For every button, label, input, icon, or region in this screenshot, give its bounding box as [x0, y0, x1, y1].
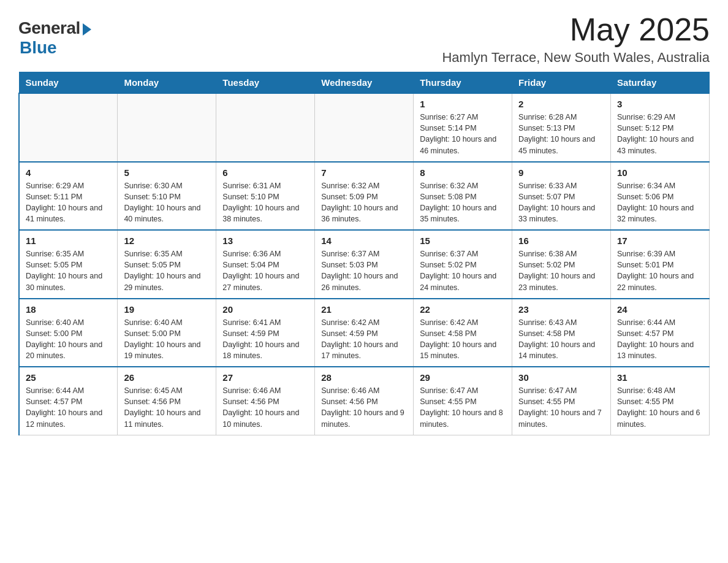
page-header: General Blue May 2025 Hamlyn Terrace, Ne… [18, 12, 710, 66]
header-saturday: Saturday [611, 72, 710, 94]
day-number: 5 [124, 167, 210, 178]
day-info: Sunrise: 6:45 AMSunset: 4:56 PMDaylight:… [124, 385, 210, 430]
calendar-cell: 17Sunrise: 6:39 AMSunset: 5:01 PMDayligh… [611, 230, 710, 299]
header-friday: Friday [512, 72, 611, 94]
day-info: Sunrise: 6:46 AMSunset: 4:56 PMDaylight:… [222, 385, 308, 430]
day-number: 10 [617, 167, 703, 178]
calendar-cell: 8Sunrise: 6:32 AMSunset: 5:08 PMDaylight… [414, 162, 512, 231]
day-number: 8 [420, 167, 506, 178]
day-info: Sunrise: 6:42 AMSunset: 4:59 PMDaylight:… [321, 317, 407, 362]
day-number: 29 [420, 372, 506, 383]
logo-arrow-icon [83, 23, 91, 36]
calendar-cell: 16Sunrise: 6:38 AMSunset: 5:02 PMDayligh… [512, 230, 611, 299]
calendar-week-row: 4Sunrise: 6:29 AMSunset: 5:11 PMDaylight… [19, 162, 710, 231]
day-info: Sunrise: 6:35 AMSunset: 5:05 PMDaylight:… [26, 248, 111, 293]
calendar-week-row: 1Sunrise: 6:27 AMSunset: 5:14 PMDaylight… [19, 93, 710, 162]
day-number: 18 [26, 304, 111, 315]
calendar-cell: 11Sunrise: 6:35 AMSunset: 5:05 PMDayligh… [19, 230, 118, 299]
logo-general-text: General [18, 18, 80, 38]
day-number: 31 [617, 372, 703, 383]
calendar-cell: 5Sunrise: 6:30 AMSunset: 5:10 PMDaylight… [118, 162, 216, 231]
day-info: Sunrise: 6:44 AMSunset: 4:57 PMDaylight:… [26, 385, 111, 430]
day-number: 4 [26, 167, 111, 178]
day-info: Sunrise: 6:47 AMSunset: 4:55 PMDaylight:… [518, 385, 604, 430]
day-info: Sunrise: 6:46 AMSunset: 4:56 PMDaylight:… [321, 385, 407, 430]
day-info: Sunrise: 6:28 AMSunset: 5:13 PMDaylight:… [518, 112, 604, 156]
calendar-cell: 29Sunrise: 6:47 AMSunset: 4:55 PMDayligh… [414, 367, 512, 435]
day-number: 6 [222, 167, 308, 178]
day-info: Sunrise: 6:27 AMSunset: 5:14 PMDaylight:… [420, 112, 506, 156]
day-number: 20 [222, 304, 308, 315]
calendar-week-row: 11Sunrise: 6:35 AMSunset: 5:05 PMDayligh… [19, 230, 710, 299]
calendar-cell: 20Sunrise: 6:41 AMSunset: 4:59 PMDayligh… [216, 299, 315, 367]
month-year-title: May 2025 [442, 12, 710, 47]
day-info: Sunrise: 6:37 AMSunset: 5:03 PMDaylight:… [321, 248, 407, 293]
calendar-cell: 18Sunrise: 6:40 AMSunset: 5:00 PMDayligh… [19, 299, 118, 367]
calendar-cell: 10Sunrise: 6:34 AMSunset: 5:06 PMDayligh… [611, 162, 710, 231]
title-block: May 2025 Hamlyn Terrace, New South Wales… [442, 12, 710, 66]
day-info: Sunrise: 6:37 AMSunset: 5:02 PMDaylight:… [420, 248, 506, 293]
day-info: Sunrise: 6:32 AMSunset: 5:08 PMDaylight:… [420, 180, 506, 225]
day-number: 14 [321, 236, 407, 246]
day-number: 27 [222, 372, 308, 383]
day-info: Sunrise: 6:39 AMSunset: 5:01 PMDaylight:… [617, 248, 703, 293]
day-info: Sunrise: 6:41 AMSunset: 4:59 PMDaylight:… [222, 317, 308, 362]
calendar-cell: 24Sunrise: 6:44 AMSunset: 4:57 PMDayligh… [611, 299, 710, 367]
calendar-cell: 7Sunrise: 6:32 AMSunset: 5:09 PMDaylight… [315, 162, 414, 231]
header-monday: Monday [118, 72, 216, 94]
day-info: Sunrise: 6:43 AMSunset: 4:58 PMDaylight:… [518, 317, 604, 362]
day-number: 7 [321, 167, 407, 178]
day-number: 28 [321, 372, 407, 383]
calendar-table: SundayMondayTuesdayWednesdayThursdayFrid… [18, 72, 710, 435]
logo-blue-text: Blue [20, 38, 57, 58]
day-number: 15 [420, 236, 506, 246]
calendar-week-row: 18Sunrise: 6:40 AMSunset: 5:00 PMDayligh… [19, 299, 710, 367]
day-number: 19 [124, 304, 210, 315]
calendar-cell [118, 93, 216, 162]
day-info: Sunrise: 6:29 AMSunset: 5:12 PMDaylight:… [617, 112, 703, 156]
calendar-cell: 9Sunrise: 6:33 AMSunset: 5:07 PMDaylight… [512, 162, 611, 231]
calendar-cell: 1Sunrise: 6:27 AMSunset: 5:14 PMDaylight… [414, 93, 512, 162]
calendar-cell: 3Sunrise: 6:29 AMSunset: 5:12 PMDaylight… [611, 93, 710, 162]
day-number: 9 [518, 167, 604, 178]
calendar-cell: 30Sunrise: 6:47 AMSunset: 4:55 PMDayligh… [512, 367, 611, 435]
calendar-cell: 27Sunrise: 6:46 AMSunset: 4:56 PMDayligh… [216, 367, 315, 435]
calendar-cell: 15Sunrise: 6:37 AMSunset: 5:02 PMDayligh… [414, 230, 512, 299]
calendar-cell [19, 93, 118, 162]
calendar-cell: 22Sunrise: 6:42 AMSunset: 4:58 PMDayligh… [414, 299, 512, 367]
calendar-cell: 19Sunrise: 6:40 AMSunset: 5:00 PMDayligh… [118, 299, 216, 367]
header-thursday: Thursday [414, 72, 512, 94]
day-number: 25 [26, 372, 111, 383]
day-info: Sunrise: 6:42 AMSunset: 4:58 PMDaylight:… [420, 317, 506, 362]
calendar-cell: 25Sunrise: 6:44 AMSunset: 4:57 PMDayligh… [19, 367, 118, 435]
calendar-cell [216, 93, 315, 162]
day-number: 11 [26, 236, 111, 246]
day-number: 30 [518, 372, 604, 383]
calendar-cell: 2Sunrise: 6:28 AMSunset: 5:13 PMDaylight… [512, 93, 611, 162]
header-tuesday: Tuesday [216, 72, 315, 94]
day-info: Sunrise: 6:47 AMSunset: 4:55 PMDaylight:… [420, 385, 506, 430]
day-info: Sunrise: 6:31 AMSunset: 5:10 PMDaylight:… [222, 180, 308, 225]
day-number: 26 [124, 372, 210, 383]
day-info: Sunrise: 6:32 AMSunset: 5:09 PMDaylight:… [321, 180, 407, 225]
day-info: Sunrise: 6:29 AMSunset: 5:11 PMDaylight:… [26, 180, 111, 225]
calendar-cell: 26Sunrise: 6:45 AMSunset: 4:56 PMDayligh… [118, 367, 216, 435]
calendar-cell: 4Sunrise: 6:29 AMSunset: 5:11 PMDaylight… [19, 162, 118, 231]
day-info: Sunrise: 6:30 AMSunset: 5:10 PMDaylight:… [124, 180, 210, 225]
day-info: Sunrise: 6:40 AMSunset: 5:00 PMDaylight:… [26, 317, 111, 362]
days-of-week-row: SundayMondayTuesdayWednesdayThursdayFrid… [19, 72, 710, 94]
location-subtitle: Hamlyn Terrace, New South Wales, Austral… [442, 50, 710, 66]
day-number: 24 [617, 304, 703, 315]
calendar-cell: 6Sunrise: 6:31 AMSunset: 5:10 PMDaylight… [216, 162, 315, 231]
calendar-cell [315, 93, 414, 162]
day-number: 2 [518, 99, 604, 109]
day-number: 22 [420, 304, 506, 315]
header-sunday: Sunday [19, 72, 118, 94]
header-wednesday: Wednesday [315, 72, 414, 94]
day-info: Sunrise: 6:40 AMSunset: 5:00 PMDaylight:… [124, 317, 210, 362]
day-info: Sunrise: 6:35 AMSunset: 5:05 PMDaylight:… [124, 248, 210, 293]
calendar-header: SundayMondayTuesdayWednesdayThursdayFrid… [19, 72, 710, 94]
day-number: 17 [617, 236, 703, 246]
day-info: Sunrise: 6:36 AMSunset: 5:04 PMDaylight:… [222, 248, 308, 293]
calendar-cell: 13Sunrise: 6:36 AMSunset: 5:04 PMDayligh… [216, 230, 315, 299]
